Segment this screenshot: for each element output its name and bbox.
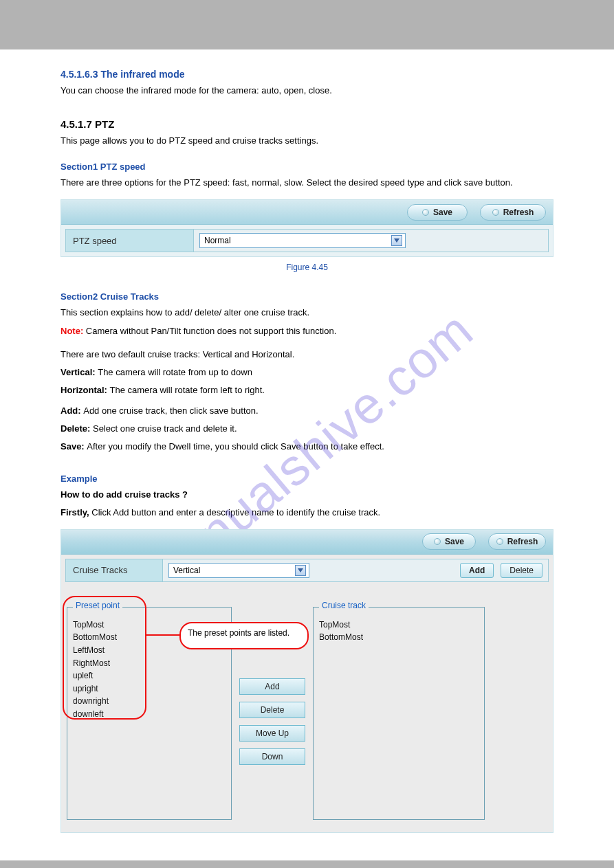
add-track-button[interactable]: Add — [460, 563, 494, 578]
para-horizontal: Horizontal: The camera will rotate form … — [61, 383, 553, 397]
svg-marker-0 — [394, 238, 399, 243]
save-label: Save — [445, 537, 464, 546]
delete-track-button[interactable]: Delete — [501, 563, 542, 578]
preset-items-list[interactable]: TopMostBottomMostLeftMostRightMostupleft… — [67, 608, 231, 726]
row-cruise-tracks: Cruise Tracks Vertical Add Delete — [65, 559, 549, 582]
list-item[interactable]: upright — [73, 682, 226, 695]
vertical-body: The camera will rotate from up to down — [98, 367, 252, 377]
action-add-button[interactable]: Add — [239, 678, 305, 695]
step1-label: Firstly, — [61, 507, 91, 518]
label-ptz-speed: PTZ speed — [66, 236, 193, 246]
heading-example: Example — [61, 474, 553, 484]
step1-body: Click Add button and enter a descriptive… — [91, 507, 380, 518]
para-section1: There are three options for the PTZ spee… — [61, 176, 553, 190]
list-item[interactable]: downleft — [73, 708, 226, 721]
listbox-cruise-track: Cruise track TopMostBottomMost — [313, 607, 485, 820]
action-delete-button[interactable]: Delete — [239, 702, 305, 718]
para-vertical: Vertical: The camera will rotate from up… — [61, 366, 553, 379]
para-default-tracks: There are two default cruise tracks: Ver… — [61, 348, 553, 361]
delete-label: Delete: — [61, 423, 93, 434]
list-item[interactable]: TopMost — [73, 619, 226, 632]
heading-infrared: 4.5.1.6.3 The infrared mode — [61, 69, 553, 80]
listbox-preset-point: Preset point TopMostBottomMostLeftMostRi… — [67, 607, 232, 820]
heading-section1: Section1 PTZ speed — [61, 162, 553, 172]
refresh-button[interactable]: Refresh — [488, 533, 546, 550]
refresh-label: Refresh — [507, 537, 538, 546]
vertical-label: Vertical: — [61, 367, 98, 377]
panel-ptz-speed: Save Refresh PTZ speed Normal — [61, 199, 553, 257]
panel2-toolbar: Save Refresh — [61, 530, 553, 555]
para-section2-intro: This section explains how to add/ delete… — [61, 306, 553, 320]
add-body: Add one cruise track, then click save bu… — [83, 405, 258, 416]
action-column: Add Delete Move Up Down — [234, 607, 310, 820]
heading-ptz: 4.5.1.7 PTZ — [61, 118, 553, 130]
horizontal-label: Horizontal: — [61, 385, 110, 395]
panel-cruise-tracks: Save Refresh Cruise Tracks Vertical Add … — [61, 529, 553, 833]
list-item[interactable]: RightMost — [73, 657, 226, 670]
lists-area: Preset point TopMostBottomMostLeftMostRi… — [61, 586, 553, 825]
add-label: Add: — [61, 405, 83, 416]
horizontal-body: The camera will rotate form left to righ… — [110, 385, 265, 395]
circle-icon — [434, 538, 441, 545]
field-ptz-speed: Normal — [193, 230, 548, 252]
list-item[interactable]: upleft — [73, 669, 226, 682]
save-label: Save — [433, 208, 452, 217]
save-button[interactable]: Save — [407, 204, 468, 221]
svg-marker-1 — [298, 568, 303, 572]
chevron-down-icon — [391, 235, 402, 246]
list-item[interactable]: downright — [73, 695, 226, 708]
circle-icon — [496, 538, 503, 545]
note-label: Note: — [61, 326, 83, 336]
para-ptz-intro: This page allows you to do PTZ speed and… — [61, 134, 553, 148]
action-down-button[interactable]: Down — [239, 748, 305, 765]
panel-toolbar: Save Refresh — [61, 200, 553, 225]
select-cruise-tracks[interactable]: Vertical — [168, 563, 309, 578]
list-item[interactable]: TopMost — [319, 619, 479, 632]
label-cruise-tracks: Cruise Tracks — [66, 565, 162, 575]
chevron-down-icon — [295, 565, 306, 576]
figure-caption-445: Figure 4.45 — [61, 263, 553, 272]
list-item[interactable]: LeftMost — [73, 644, 226, 657]
circle-icon — [492, 209, 499, 216]
heading-section2: Section2 Cruise Tracks — [61, 291, 553, 302]
example-step1: Firstly, Click Add button and enter a de… — [61, 506, 553, 520]
page-top-margin — [0, 0, 614, 49]
note-body: Camera without Pan/Tilt function does no… — [83, 326, 336, 336]
select-ptz-speed[interactable]: Normal — [199, 233, 406, 248]
list-item[interactable]: BottomMost — [319, 631, 479, 644]
select-value: Vertical — [173, 566, 200, 575]
save-button[interactable]: Save — [422, 533, 476, 550]
row-ptz-speed: PTZ speed Normal — [65, 229, 549, 252]
list-item[interactable]: BottomMost — [73, 631, 226, 644]
para-infrared-intro: You can choose the infrared mode for the… — [61, 84, 553, 98]
page-bottom-margin — [0, 860, 614, 868]
example-question: How to do add cruise tracks ? — [61, 488, 553, 502]
save-body: After you modify the Dwell time, you sho… — [87, 441, 384, 452]
select-value: Normal — [204, 236, 231, 245]
delete-body: Select one cruise track and delete it. — [93, 423, 237, 434]
save-label-text: Save: — [61, 441, 87, 452]
note-line: Note: Camera without Pan/Tilt function d… — [61, 324, 553, 338]
refresh-label: Refresh — [503, 208, 534, 217]
action-moveup-button[interactable]: Move Up — [239, 725, 305, 742]
page-content: manualshive.com 4.5.1.6.3 The infrared m… — [0, 49, 614, 860]
para-save: Save: After you modify the Dwell time, y… — [61, 440, 553, 454]
para-delete: Delete: Select one cruise track and dele… — [61, 422, 553, 436]
field-cruise-tracks: Vertical Add Delete — [162, 559, 548, 581]
refresh-button[interactable]: Refresh — [480, 204, 546, 221]
legend-preset: Preset point — [73, 601, 122, 610]
cruise-items-list[interactable]: TopMostBottomMost — [314, 608, 484, 649]
circle-icon — [422, 209, 429, 216]
para-add: Add: Add one cruise track, then click sa… — [61, 404, 553, 418]
legend-cruise: Cruise track — [319, 601, 369, 610]
